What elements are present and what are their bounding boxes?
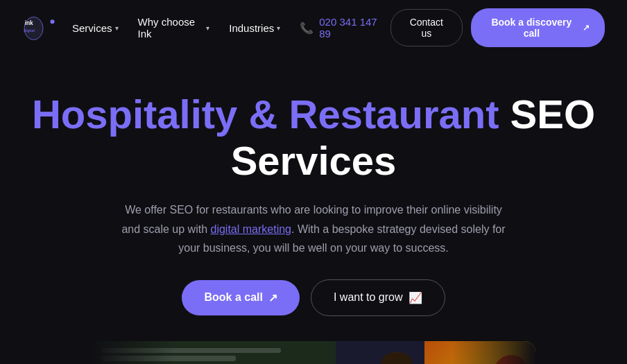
hero-buttons: Book a call ↗ I want to grow 📈 [14,279,613,316]
hero-subtitle: We offer SEO for restaurants who are loo… [119,200,508,257]
logo[interactable]: ink digital [22,12,64,44]
hero-image [14,341,613,364]
svg-point-6 [381,352,412,364]
nav-services[interactable]: Services ▾ [64,17,127,40]
hero-title: Hospitality & Restaurant SEO Services [14,92,613,184]
chevron-down-icon: ▾ [115,24,119,32]
arrow-icon: ↗ [268,291,277,304]
nav-links: Services ▾ Why choose Ink ▾ Industries ▾… [64,10,390,45]
sign-decoration [494,355,529,364]
discovery-call-button[interactable]: Book a discovery call ↗ [471,8,605,47]
chart-icon: 📈 [409,291,422,304]
hero-section: Hospitality & Restaurant SEO Services We… [0,55,627,364]
svg-text:ink: ink [25,20,33,26]
restaurant-sign [424,341,535,364]
book-call-button[interactable]: Book a call ↗ [182,280,299,315]
phone-icon: 📞 [300,21,314,35]
digital-marketing-link[interactable]: digital marketing [210,223,291,235]
chevron-down-icon: ▾ [277,24,280,32]
svg-text:digital: digital [24,28,35,33]
external-link-icon: ↗ [583,23,590,33]
chalk-line [101,356,236,361]
grow-button[interactable]: I want to grow 📈 [311,279,445,316]
nav-phone[interactable]: 📞 020 341 147 89 [291,10,390,45]
nav-choose-ink[interactable]: Why choose Ink ▾ [130,10,218,45]
nav-industries[interactable]: Industries ▾ [221,17,289,40]
chevron-down-icon: ▾ [206,24,209,32]
contact-button[interactable]: Contact us [390,9,463,46]
nav-actions: Contact us Book a discovery call ↗ [390,8,605,47]
navbar: ink digital Services ▾ Why choose Ink ▾ … [0,0,627,55]
svg-point-3 [51,19,55,24]
chalkboard-menu [92,341,336,364]
hero-image-background [92,341,535,364]
chalk-line [101,348,281,353]
restaurant-scene [92,341,535,364]
